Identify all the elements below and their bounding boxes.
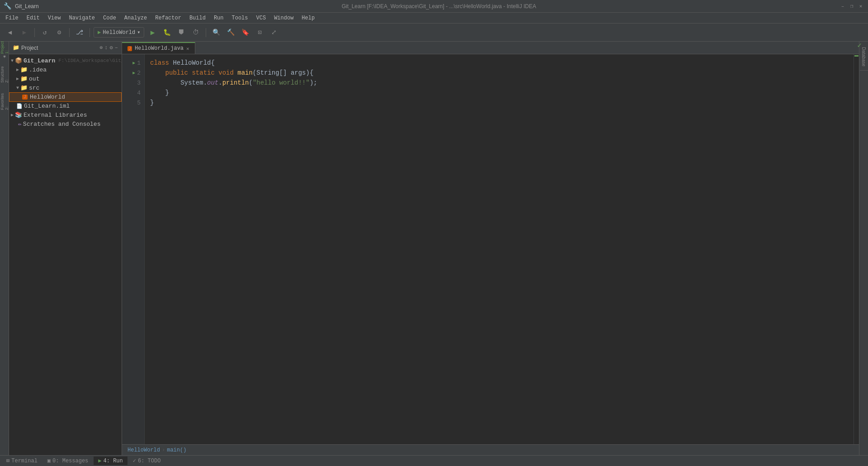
menu-edit[interactable]: Edit <box>23 14 43 22</box>
terminal-tab[interactable]: ⊞ Terminal <box>2 456 42 465</box>
run-gutter-1[interactable]: ▶ <box>132 60 135 66</box>
run-config-selector[interactable]: ▶ HelloWorld ▾ <box>94 27 144 38</box>
structure-strip-tab[interactable]: Z: Structure <box>0 71 9 79</box>
num-4: 4 <box>137 90 141 96</box>
project-panel: 📁 Project ⊕ ↕ ⚙ – ▼ 📦 Git_Learn F:\IDEA_… <box>9 42 122 455</box>
expand-arrow: ▶ <box>16 67 19 72</box>
green-indicator <box>854 55 859 57</box>
messages-label: 0: Messages <box>52 458 88 464</box>
code-line-5: } <box>150 98 848 108</box>
expand-arrow: ▼ <box>11 58 14 63</box>
bookmark-button[interactable]: 🔖 <box>239 26 251 39</box>
expand-arrow: ▼ <box>16 86 19 90</box>
right-panel-strip: Database <box>859 42 868 455</box>
messages-tab[interactable]: ▣ 0: Messages <box>43 456 93 465</box>
app-name: Git_Learn <box>15 3 39 10</box>
debug-button[interactable]: 🐛 <box>160 26 173 39</box>
menu-tools[interactable]: Tools <box>228 14 252 22</box>
tree-item-extlibs[interactable]: ▶ 📚 External Libraries <box>9 110 122 119</box>
right-gutter <box>854 54 859 444</box>
scratches-icon: ✏️ <box>18 120 22 128</box>
scope-button[interactable]: ⊕ <box>99 44 103 51</box>
todo-icon: ✓ <box>133 457 136 464</box>
toolbar-sep-2 <box>69 28 70 37</box>
iml-icon: 📄 <box>16 103 23 109</box>
minimize-button[interactable]: – <box>839 3 846 10</box>
tree-path-git-learn: F:\IDEA_Workspace\Git_L <box>58 58 122 63</box>
tree-item-out[interactable]: ▶ 📁 out <box>9 74 122 83</box>
tree-label-out: out <box>29 76 39 82</box>
run-button[interactable]: ▶ <box>146 26 159 39</box>
num-2: 2 <box>137 70 141 76</box>
menu-window[interactable]: Window <box>270 14 297 22</box>
breadcrumb-sep: › <box>162 447 165 453</box>
menu-refactor[interactable]: Refactor <box>151 14 185 22</box>
menu-help[interactable]: Help <box>298 14 318 22</box>
forward-button[interactable]: ▶ <box>18 26 31 39</box>
line-num-4: 4 <box>122 88 144 98</box>
run-tab-bottom[interactable]: ▶ 4: Run <box>94 456 127 465</box>
tree-item-iml[interactable]: 📄 Git_Learn.iml <box>9 102 122 110</box>
menu-vcs[interactable]: VCS <box>253 14 270 22</box>
tree-item-src[interactable]: ▼ 📁 src <box>9 83 122 92</box>
menu-build[interactable]: Build <box>186 14 209 22</box>
maximize-button[interactable]: ❐ <box>848 3 855 10</box>
code-editor[interactable]: class HelloWorld{ public static void mai… <box>145 54 854 444</box>
expand-arrow: ▶ <box>16 76 19 81</box>
menu-code[interactable]: Code <box>99 14 120 22</box>
project-strip-tab[interactable]: 1: Project <box>0 43 9 52</box>
tree-label-iml: Git_Learn.iml <box>24 103 70 109</box>
favorites-strip-tab[interactable]: ★ <box>0 52 9 61</box>
run-config-name: HelloWorld <box>103 29 135 36</box>
breadcrumb-method[interactable]: main() <box>167 447 186 453</box>
window-title: Git_Learn [F:\IDEA_Workspace\Git_Learn] … <box>39 3 839 10</box>
run-label-bottom: 4: Run <box>104 458 123 464</box>
project-tree: ▼ 📦 Git_Learn F:\IDEA_Workspace\Git_L ▶ … <box>9 54 122 455</box>
tree-item-helloworld[interactable]: J HelloWorld <box>9 92 122 102</box>
tree-item-idea[interactable]: ▶ 📁 .idea <box>9 65 122 74</box>
menu-file[interactable]: File <box>2 14 22 22</box>
tab-close-button[interactable]: ✕ <box>186 46 189 52</box>
code-line-1: class HelloWorld{ <box>150 58 848 68</box>
run-gutter-2[interactable]: ▶ <box>132 70 135 76</box>
field-out: out <box>207 78 218 88</box>
settings-button[interactable]: ⚙ <box>53 26 66 39</box>
hide-panel-button[interactable]: – <box>115 45 118 51</box>
build-project-button[interactable]: 🔨 <box>224 26 237 39</box>
messages-icon: ▣ <box>47 457 51 464</box>
folder-icon-idea: 📁 <box>20 66 28 73</box>
sync-button[interactable]: ↺ <box>38 26 51 39</box>
profile-button[interactable]: ⏱ <box>189 26 202 39</box>
settings-tree-button[interactable]: ⚙ <box>110 44 113 51</box>
menu-run[interactable]: Run <box>210 14 227 22</box>
tree-item-scratches[interactable]: ✏️ Scratches and Consoles <box>9 119 122 128</box>
tree-label-src: src <box>29 85 39 91</box>
code-line-4: } <box>150 88 848 98</box>
expand-tree-button[interactable]: ↕ <box>104 45 108 51</box>
expand-button[interactable]: ⤢ <box>268 26 280 39</box>
search-everywhere-button[interactable]: 🔍 <box>210 26 222 39</box>
bottom-tabs-bar: ⊞ Terminal ▣ 0: Messages ▶ 4: Run ✓ 6: T… <box>0 455 868 466</box>
kw-class: class <box>150 58 173 68</box>
close-button[interactable]: ✕ <box>857 3 864 10</box>
project-icon: 📁 <box>13 44 19 51</box>
project-panel-header: 📁 Project ⊕ ↕ ⚙ – <box>9 42 122 54</box>
tree-label-idea: .idea <box>29 67 47 73</box>
editor-tab-helloworld[interactable]: J HelloWorld.java ✕ <box>122 42 195 54</box>
tree-item-git-learn[interactable]: ▼ 📦 Git_Learn F:\IDEA_Workspace\Git_L <box>9 56 122 65</box>
run-config-dropdown-icon: ▾ <box>137 29 140 36</box>
back-button[interactable]: ◀ <box>4 26 16 39</box>
editor-area: J HelloWorld.java ✕ ▶ 1 ▶ 2 3 <box>122 42 859 455</box>
breadcrumb-class[interactable]: HelloWorld <box>127 447 160 453</box>
git-button[interactable]: ⎇ <box>73 26 86 39</box>
toolbar-sep-3 <box>90 28 90 37</box>
breadcrumb-bar: HelloWorld › main() <box>122 444 859 455</box>
todo-tab[interactable]: ✓ 6: TODO <box>128 456 165 465</box>
favorites-tab[interactable]: 2: Favorites <box>0 98 9 106</box>
code-container: ▶ 1 ▶ 2 3 4 5 <box>122 54 859 444</box>
menu-analyze[interactable]: Analyze <box>121 14 151 22</box>
layout-button[interactable]: ⊡ <box>253 26 266 39</box>
menu-view[interactable]: View <box>44 14 65 22</box>
run-with-coverage-button[interactable]: ⛊ <box>175 26 188 39</box>
menu-navigate[interactable]: Navigate <box>65 14 99 22</box>
